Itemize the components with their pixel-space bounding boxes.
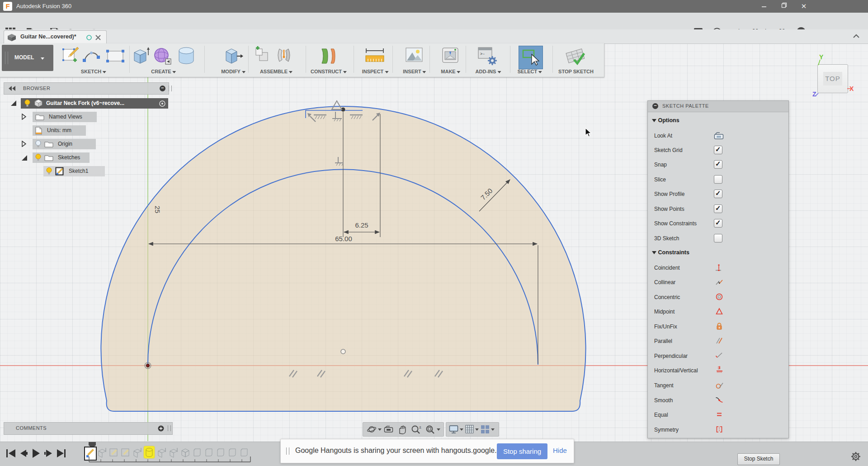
- palette-row-tangent[interactable]: Tangent: [648, 380, 788, 391]
- symmetry-icon[interactable]: [715, 425, 724, 433]
- browser-row-sketch1[interactable]: Sketch1: [43, 166, 105, 176]
- palette-row-slice[interactable]: Slice: [648, 175, 788, 185]
- tree-collapsed-icon[interactable]: [22, 114, 26, 120]
- look-at-nav-icon[interactable]: [384, 425, 394, 433]
- palette-row-smooth[interactable]: Smooth: [648, 395, 788, 406]
- perpendicular-icon[interactable]: [715, 352, 724, 360]
- new-component-icon[interactable]: [254, 46, 272, 66]
- joint-icon[interactable]: [275, 46, 293, 66]
- minimize-button[interactable]: [754, 0, 774, 13]
- sketch-grid-checkbox[interactable]: [714, 146, 722, 154]
- ribbon-group-assemble[interactable]: ASSEMBLE: [260, 69, 292, 74]
- palette-row-parallel[interactable]: Parallel: [648, 336, 788, 347]
- display-settings-icon[interactable]: [449, 425, 459, 434]
- rectangle-tool-icon[interactable]: [106, 49, 126, 63]
- stop-sketch-button[interactable]: Stop Sketch: [737, 453, 780, 465]
- timeline-ruler[interactable]: [89, 456, 251, 463]
- browser-options-icon[interactable]: −: [160, 86, 165, 91]
- browser-grip[interactable]: [169, 86, 172, 91]
- visibility-bulb-off-icon[interactable]: [35, 140, 41, 147]
- sync-status-icon[interactable]: [86, 35, 92, 40]
- palette-row-perpendicular[interactable]: Perpendicular: [648, 351, 788, 362]
- palette-row-coincident[interactable]: Coincident: [648, 263, 788, 274]
- construct-plane-icon[interactable]: [319, 46, 338, 66]
- spline-tool-icon[interactable]: [82, 49, 102, 63]
- ribbon-group-sketch[interactable]: SKETCH: [81, 69, 106, 74]
- notification-grip[interactable]: [286, 447, 289, 455]
- visibility-bulb-icon[interactable]: [35, 154, 41, 161]
- display-dropdown-icon[interactable]: [460, 428, 463, 431]
- hide-notification-link[interactable]: Hide: [553, 447, 567, 454]
- add-comment-icon[interactable]: [158, 425, 164, 432]
- show-profile-checkbox[interactable]: [714, 190, 722, 198]
- insert-image-icon[interactable]: [405, 46, 423, 65]
- show-points-checkbox[interactable]: [714, 204, 722, 213]
- ribbon-group-select[interactable]: SELECT: [518, 69, 542, 74]
- sketch-center-point[interactable]: [341, 349, 345, 354]
- snap-checkbox[interactable]: [714, 160, 722, 169]
- tab-close-icon[interactable]: [95, 35, 101, 40]
- palette-row-snap[interactable]: Snap: [648, 160, 788, 171]
- slice-checkbox[interactable]: [714, 175, 722, 184]
- create-sketch-icon[interactable]: [62, 46, 79, 64]
- measure-icon[interactable]: [364, 48, 385, 64]
- ribbon-group-stop-sketch[interactable]: STOP SKETCH: [558, 69, 594, 74]
- viewports-dropdown-icon[interactable]: [491, 428, 495, 431]
- zoom-dropdown-icon[interactable]: [437, 428, 440, 431]
- palette-row-3d-sketch[interactable]: 3D Sketch: [648, 233, 788, 244]
- horizontal-vertical-icon[interactable]: [715, 366, 724, 374]
- browser-row-named-views[interactable]: Named Views: [33, 112, 97, 122]
- dimension-65-00-label[interactable]: 65.00: [335, 235, 352, 243]
- parallel-icon[interactable]: [715, 337, 724, 345]
- collinear-icon[interactable]: [715, 278, 724, 286]
- visibility-bulb-icon[interactable]: [24, 100, 30, 107]
- palette-row-collinear[interactable]: Collinear: [648, 277, 788, 288]
- palette-row-concentric[interactable]: Concentric: [648, 292, 788, 303]
- ribbon-group-construct[interactable]: CONSTRUCT: [311, 69, 347, 74]
- palette-row-look-at[interactable]: Look At: [648, 131, 788, 142]
- smooth-icon[interactable]: [715, 396, 724, 404]
- equal-icon[interactable]: [715, 410, 724, 418]
- press-pull-icon[interactable]: [224, 46, 243, 66]
- palette-row-show-profile[interactable]: Show Profile: [648, 189, 788, 200]
- stop-sharing-button[interactable]: Stop sharing: [497, 443, 547, 459]
- sketch-palette-header[interactable]: − SKETCH PALETTE: [648, 101, 788, 112]
- palette-row-equal[interactable]: Equal: [648, 410, 788, 421]
- palette-row-show-constraints[interactable]: Show Constraints: [648, 219, 788, 229]
- ground-state-icon[interactable]: [159, 100, 165, 107]
- pan-hand-icon[interactable]: [397, 424, 407, 434]
- zoom-icon[interactable]: ±: [411, 425, 423, 434]
- add-ins-scripts-icon[interactable]: >-: [477, 46, 498, 66]
- visibility-bulb-icon[interactable]: [46, 167, 52, 175]
- palette-row-sketch-grid[interactable]: Sketch Grid: [648, 145, 788, 156]
- grid-dropdown-icon[interactable]: [475, 428, 479, 431]
- ribbon-group-inspect[interactable]: INSPECT: [362, 69, 389, 74]
- close-button[interactable]: ✕: [794, 0, 814, 13]
- zoom-window-icon[interactable]: [425, 425, 435, 434]
- tangent-icon[interactable]: [715, 381, 724, 389]
- timeline-playback-controls[interactable]: [6, 447, 74, 459]
- browser-row-units[interactable]: Units: mm: [33, 125, 86, 136]
- tree-expanded-icon[interactable]: [21, 154, 28, 162]
- ribbon-group-add-ins[interactable]: ADD-INS: [476, 69, 501, 74]
- workspace-switcher-button[interactable]: MODEL: [2, 45, 53, 71]
- midpoint-icon[interactable]: [715, 307, 724, 315]
- dimension-25-label[interactable]: 25: [154, 206, 161, 214]
- palette-collapse-icon[interactable]: −: [652, 103, 658, 109]
- show-constraints-checkbox[interactable]: [714, 219, 722, 228]
- extrude-icon[interactable]: [132, 46, 150, 66]
- tree-collapsed-icon[interactable]: [22, 141, 26, 147]
- ribbon-group-create[interactable]: CREATE: [151, 69, 176, 74]
- browser-header[interactable]: BROWSER −: [4, 82, 169, 95]
- document-tab[interactable]: Guitar Ne...covered)*: [4, 30, 107, 44]
- browser-row-origin[interactable]: Origin: [33, 139, 96, 149]
- collapse-toolbar-chevron-icon[interactable]: [853, 33, 860, 39]
- viewports-icon[interactable]: [481, 425, 490, 434]
- collapse-browser-icon[interactable]: [9, 86, 16, 91]
- select-tool-active[interactable]: [519, 46, 543, 69]
- orbit-icon[interactable]: [367, 425, 377, 434]
- restore-button[interactable]: [774, 0, 794, 13]
- 3d-sketch-checkbox[interactable]: [714, 234, 722, 243]
- orbit-dropdown-icon[interactable]: [378, 428, 382, 431]
- palette-row-fix-unfix[interactable]: Fix/UnFix: [648, 322, 788, 333]
